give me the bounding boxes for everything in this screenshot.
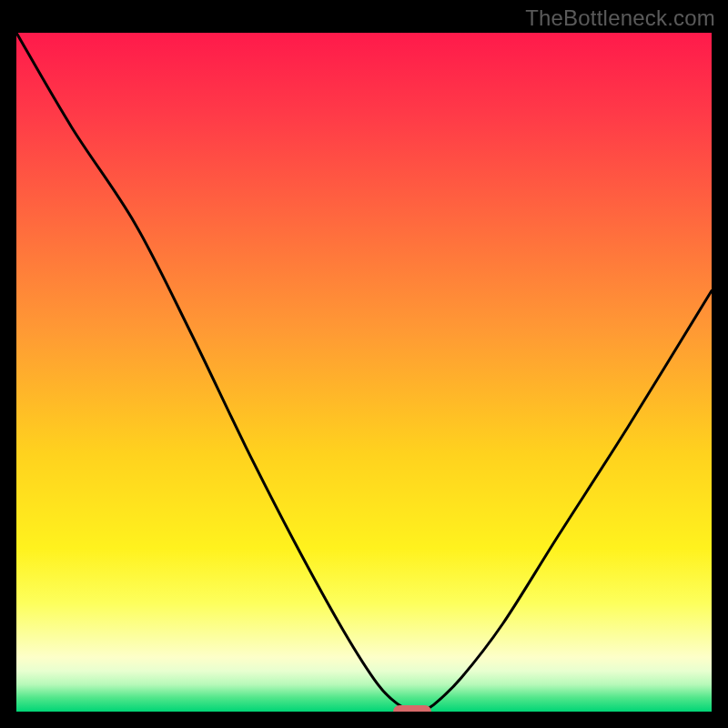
plot-area xyxy=(16,33,712,712)
chart-frame: TheBottleneck.com xyxy=(0,0,728,728)
minimum-marker xyxy=(393,705,431,712)
bottleneck-curve xyxy=(16,33,712,712)
watermark-text: TheBottleneck.com xyxy=(525,5,715,31)
